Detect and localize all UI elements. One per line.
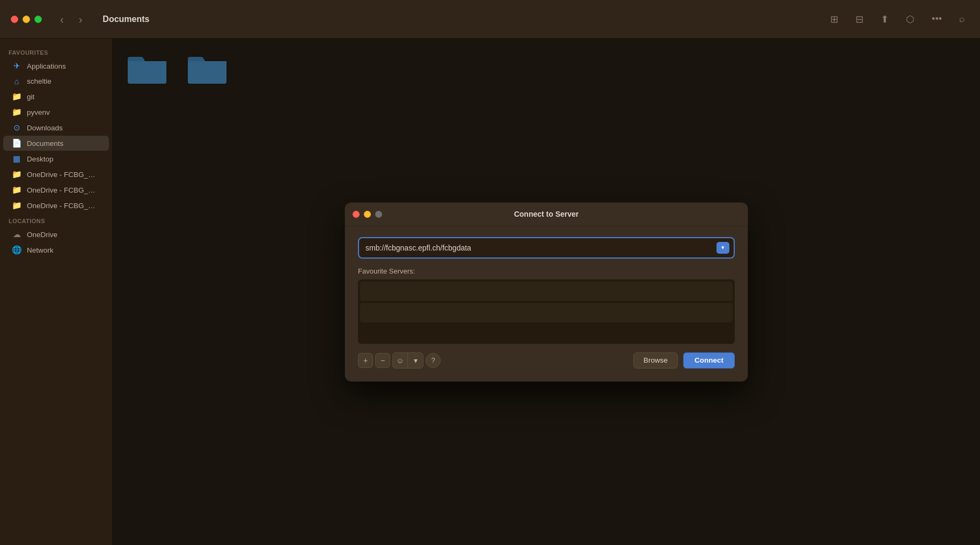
home-icon: ⌂ [12, 77, 21, 86]
sidebar-item-onedrive[interactable]: ☁ OneDrive [3, 227, 109, 242]
cloud-icon: ☁ [12, 230, 21, 239]
close-button[interactable] [11, 16, 18, 23]
sidebar-item-label: Downloads [27, 124, 63, 132]
tag-icon[interactable]: ⬡ [902, 11, 919, 27]
more-dropdown-button[interactable]: ▾ [408, 353, 423, 368]
sidebar-item-pyvenv[interactable]: 📁 pyvenv [3, 105, 109, 120]
sidebar-item-desktop[interactable]: ▦ Desktop [3, 151, 109, 166]
locations-header: Locations [0, 213, 112, 226]
bottom-right-controls: Browse Connect [633, 352, 735, 369]
dialog-body: ▾ Favourite Servers: + [345, 226, 748, 381]
help-button[interactable]: ? [426, 353, 441, 368]
folder-icon: 📁 [12, 201, 21, 210]
dialog-titlebar: Connect to Server [345, 203, 748, 226]
folder-icon: 📁 [12, 92, 21, 101]
sidebar: Favourites ✈ Applications ⌂ scheltie 📁 g… [0, 39, 113, 545]
folder-icon: 📁 [12, 107, 21, 117]
network-icon: 🌐 [12, 245, 21, 255]
documents-icon: 📄 [12, 138, 21, 148]
sidebar-item-label: OneDrive - FCBG_HNP_EEG [27, 186, 100, 194]
server-input-wrapper[interactable]: ▾ [358, 237, 735, 259]
search-icon[interactable]: ⌕ [955, 11, 969, 27]
window-title: Documents [103, 14, 149, 24]
bottom-left-controls: + − ☺ ▾ ? [358, 352, 441, 369]
sidebar-item-label: OneDrive [27, 231, 57, 239]
sidebar-item-label: Applications [27, 62, 66, 70]
server-dropdown-button[interactable]: ▾ [716, 242, 729, 254]
sidebar-item-label: Documents [27, 139, 63, 148]
remove-server-button[interactable]: − [375, 353, 390, 368]
sidebar-item-label: OneDrive - FCBG_HNP_ME [27, 202, 100, 210]
more-options-group: ☺ ▾ [392, 352, 423, 369]
sidebar-item-onedrive-me[interactable]: 📁 OneDrive - FCBG_HNP_ME [3, 198, 109, 213]
file-area: Connect to Server ▾ Favourite Servers: [113, 39, 980, 545]
dialog-close-button[interactable] [353, 211, 360, 218]
sidebar-item-label: pyvenv [27, 108, 50, 116]
add-server-button[interactable]: + [358, 353, 373, 368]
dialog-maximize-button[interactable] [375, 211, 382, 218]
share-icon[interactable]: ⬆ [876, 11, 893, 27]
browse-button[interactable]: Browse [633, 352, 678, 369]
sidebar-item-applications[interactable]: ✈ Applications [3, 58, 109, 73]
dialog-bottom-bar: + − ☺ ▾ ? Browse Connect [358, 352, 735, 369]
applications-icon: ✈ [12, 61, 21, 71]
sidebar-item-network[interactable]: 🌐 Network [3, 242, 109, 257]
back-button[interactable]: ‹ [57, 12, 67, 27]
maximize-button[interactable] [34, 16, 42, 23]
sidebar-item-label: Desktop [27, 155, 54, 163]
toolbar: ‹ › Documents ⊞ ⊟ ⬆ ⬡ ••• ⌕ [0, 0, 980, 39]
dialog-title: Connect to Server [514, 210, 579, 218]
sidebar-item-git[interactable]: 📁 git [3, 89, 109, 104]
dialog-minimize-button[interactable] [364, 211, 371, 218]
folder-icon: 📁 [12, 170, 21, 179]
sidebar-item-label: scheltie [27, 77, 52, 85]
desktop-icon: ▦ [12, 154, 21, 164]
modal-overlay: Connect to Server ▾ Favourite Servers: [113, 39, 980, 545]
arrange-icon[interactable]: ⊟ [851, 11, 868, 27]
sidebar-item-label: git [27, 93, 34, 101]
sidebar-item-scheltie[interactable]: ⌂ scheltie [3, 74, 109, 89]
sidebar-item-downloads[interactable]: ⊙ Downloads [3, 120, 109, 135]
sidebar-item-label: Network [27, 246, 54, 254]
main-content: Favourites ✈ Applications ⌂ scheltie 📁 g… [0, 39, 980, 545]
favourites-header: Favourites [0, 45, 112, 58]
sidebar-item-onedrive-hnp[interactable]: 📁 OneDrive - FCBG_HNP [3, 167, 109, 182]
connect-to-server-dialog: Connect to Server ▾ Favourite Servers: [345, 203, 748, 381]
folder-icon: 📁 [12, 185, 21, 195]
dialog-traffic-lights [353, 211, 382, 218]
favourite-servers-label: Favourite Servers: [358, 267, 735, 275]
server-address-input[interactable] [365, 238, 716, 257]
forward-button[interactable]: › [76, 12, 86, 27]
minimize-button[interactable] [23, 16, 30, 23]
traffic-lights [11, 16, 42, 23]
finder-window: ‹ › Documents ⊞ ⊟ ⬆ ⬡ ••• ⌕ Favourites ✈… [0, 0, 980, 545]
downloads-icon: ⊙ [12, 123, 21, 132]
favourite-server-row[interactable] [360, 303, 733, 322]
sidebar-item-label: OneDrive - FCBG_HNP [27, 171, 100, 179]
sidebar-item-onedrive-eeg[interactable]: 📁 OneDrive - FCBG_HNP_EEG [3, 182, 109, 197]
smiley-button[interactable]: ☺ [393, 353, 408, 368]
connect-button[interactable]: Connect [683, 352, 735, 369]
more-icon[interactable]: ••• [927, 11, 946, 27]
sidebar-item-documents[interactable]: 📄 Documents [3, 136, 109, 151]
grid-view-icon[interactable]: ⊞ [826, 11, 843, 27]
favourite-servers-list [358, 279, 735, 344]
favourite-server-row[interactable] [360, 282, 733, 301]
